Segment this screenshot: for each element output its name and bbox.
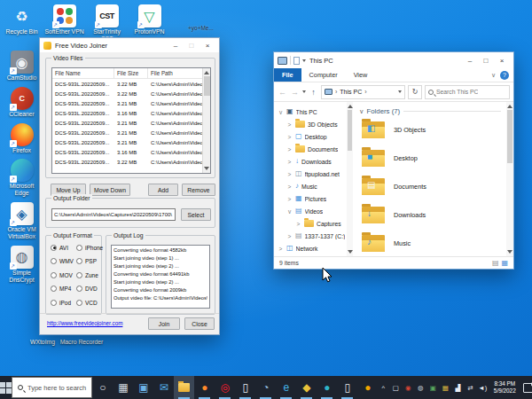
nav-item-desktop[interactable]: >▢Desktop: [274, 130, 347, 143]
start-button[interactable]: [0, 376, 12, 399]
large-icons-view-button[interactable]: ▦: [501, 259, 508, 267]
refresh-icon[interactable]: ↻: [408, 85, 422, 99]
tab-computer[interactable]: Computer: [301, 68, 346, 82]
format-option-dvd[interactable]: DVD: [76, 286, 103, 293]
select-folder-button[interactable]: Select: [181, 208, 211, 221]
scrollbar-thumb[interactable]: [507, 110, 512, 163]
fvj-title-bar[interactable]: Free Video Joiner – □ ×: [40, 38, 219, 52]
desktop-icon-recycle-bin[interactable]: ♻Recycle Bin: [2, 4, 42, 43]
cortana-icon[interactable]: ○: [92, 376, 113, 399]
format-option-iphone[interactable]: iPhone: [76, 244, 103, 251]
radio-icon[interactable]: [51, 272, 57, 278]
firefox-icon[interactable]: ●: [194, 376, 215, 399]
format-option-zune[interactable]: Zune: [76, 271, 103, 278]
ccleaner-tray-icon[interactable]: ◉: [403, 384, 413, 392]
nav-item-1337-1337-c-[interactable]: >▤1337-1337 (C:): [274, 230, 347, 242]
properties-icon[interactable]: [293, 57, 300, 65]
file-row[interactable]: DCS-933L.20220509...3.22 MBC:\Users\Admi…: [52, 79, 210, 89]
help-icon[interactable]: ?: [500, 71, 509, 80]
scroll-up-icon[interactable]: [204, 71, 209, 74]
desktop-file-label[interactable]: +yo+Me...: [188, 25, 214, 31]
add-button[interactable]: Add: [148, 184, 178, 196]
forward-icon[interactable]: →: [290, 88, 300, 97]
desktop-icon-microsoft-edge[interactable]: ↗Microsoft Edge: [2, 159, 42, 197]
folder-item-3d-objects[interactable]: ◧3D Objects: [360, 115, 513, 144]
radio-icon[interactable]: [51, 258, 57, 264]
orange-dot-icon[interactable]: ●: [357, 376, 378, 399]
nav-item-downloads[interactable]: >↓Downloads: [274, 155, 347, 168]
radio-icon[interactable]: [76, 258, 82, 264]
folder-item-desktop[interactable]: ■Desktop: [360, 144, 513, 172]
format-option-psp[interactable]: PSP: [76, 258, 103, 265]
yellow-tool-icon[interactable]: ◆: [296, 376, 317, 399]
address-dropdown-icon[interactable]: [398, 90, 402, 93]
sync-tray-icon[interactable]: ⇄: [465, 384, 475, 392]
format-option-mp4[interactable]: MP4: [51, 286, 74, 293]
file-row[interactable]: DCS-933L.20220509...3.16 MBC:\Users\Admi…: [52, 108, 210, 118]
chevron-right-icon[interactable]: >: [278, 246, 284, 252]
desktop-icon-camstudio[interactable]: ◉↗CamStudio: [2, 51, 42, 82]
radio-icon[interactable]: [76, 272, 82, 278]
radio-icon[interactable]: [76, 300, 82, 306]
format-option-ipod[interactable]: iPod: [51, 299, 74, 306]
details-view-button[interactable]: ▤: [492, 259, 499, 267]
up-icon[interactable]: ↑: [309, 88, 318, 97]
breadcrumb[interactable]: This PC: [340, 89, 362, 95]
collapse-group-icon[interactable]: v: [360, 108, 364, 114]
network-tray-icon[interactable]: ▟: [452, 384, 463, 392]
nav-item-music[interactable]: >♪Music: [274, 180, 347, 192]
scroll-up-icon[interactable]: [507, 105, 512, 108]
nav-item-this-pc[interactable]: v▣This PC: [274, 106, 347, 118]
chevron-right-icon[interactable]: >: [286, 233, 293, 239]
customize-toolbar-icon[interactable]: [302, 59, 306, 62]
folder-item-music[interactable]: ♪Music: [360, 229, 513, 256]
explorer-title-bar[interactable]: This PC – □ ×: [274, 52, 513, 68]
scrollbar-thumb[interactable]: [348, 110, 352, 151]
folder-item-downloads[interactable]: ↓Downloads: [360, 200, 513, 229]
explorer-search-input[interactable]: Search This PC: [425, 85, 510, 99]
scrollbar-thumb[interactable]: [204, 76, 210, 96]
chevron-right-icon[interactable]: >: [286, 184, 293, 190]
file-explorer-icon[interactable]: [174, 376, 194, 399]
radio-icon[interactable]: [51, 286, 57, 292]
column-file-size[interactable]: File Size: [114, 68, 148, 79]
column-file-path[interactable]: File Path: [148, 68, 210, 79]
chevron-right-icon[interactable]: >: [286, 159, 293, 165]
nav-item-captures[interactable]: >Captures: [274, 217, 347, 230]
chevron-down-icon[interactable]: v: [286, 208, 293, 215]
fvj-minimize-button[interactable]: –: [168, 39, 184, 51]
freevideojoiner-link[interactable]: http://www.freevideojoiner.com: [47, 320, 122, 326]
chevron-right-icon[interactable]: >: [286, 146, 293, 153]
search-tool-icon[interactable]: ◔: [255, 376, 276, 399]
volume-tray-icon[interactable]: ◄): [477, 384, 488, 392]
tray-app-icon[interactable]: ◍: [415, 384, 426, 392]
column-file-name[interactable]: File Name: [52, 68, 114, 79]
tab-file[interactable]: File: [274, 68, 301, 82]
remove-button[interactable]: Remove: [182, 184, 215, 196]
desktop-icon-label-macro-recorder[interactable]: Macro Recorder: [59, 339, 105, 346]
move-down-button[interactable]: Move Down: [90, 184, 130, 196]
navigation-scrollbar[interactable]: [347, 102, 353, 256]
address-input[interactable]: › This PC ›: [321, 85, 405, 99]
close-button[interactable]: Close: [184, 317, 215, 330]
video-files-list[interactable]: File Name File Size File Path DCS-933L.2…: [51, 67, 211, 174]
scroll-down-icon[interactable]: [507, 250, 512, 254]
tab-view[interactable]: View: [346, 68, 376, 82]
nav-item-3d-objects[interactable]: >3D Objects: [274, 118, 347, 130]
mail-icon[interactable]: ✉: [153, 376, 174, 399]
nav-item-network[interactable]: >◫Network: [274, 242, 347, 254]
desktop-icon-virtualbox[interactable]: ◈↗Oracle VM VirtualBox: [2, 202, 42, 240]
recent-locations-icon[interactable]: [302, 90, 306, 93]
file-row[interactable]: DCS-933L.20220509...3.21 MBC:\Users\Admi…: [52, 128, 210, 137]
scroll-down-icon[interactable]: [204, 167, 209, 170]
edge-icon[interactable]: ●: [317, 376, 337, 399]
chevron-right-icon[interactable]: >: [286, 196, 293, 202]
file-row[interactable]: DCS-933L.20220509...3.21 MBC:\Users\Admi…: [52, 98, 210, 108]
explorer-close-button[interactable]: ×: [494, 54, 510, 66]
nav-item-videos[interactable]: v▤Videos: [274, 205, 347, 217]
internet-explorer-icon[interactable]: e: [276, 376, 296, 399]
file-row[interactable]: DCS-933L.20220509...3.22 MBC:\Users\Admi…: [52, 89, 210, 98]
notepad-icon[interactable]: ▯: [235, 376, 255, 399]
nav-item-ftpupload-net[interactable]: >◫ftpupload.net: [274, 168, 347, 180]
radio-icon[interactable]: [51, 245, 57, 251]
